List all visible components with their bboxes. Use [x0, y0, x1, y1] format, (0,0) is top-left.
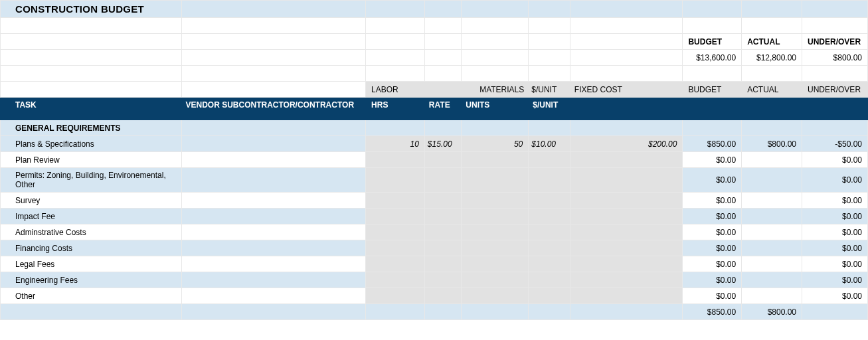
- per-unit-cell[interactable]: [529, 193, 570, 209]
- rate-cell[interactable]: [424, 152, 462, 168]
- task-cell[interactable]: Impact Fee: [1, 209, 182, 224]
- hrs-cell[interactable]: [366, 152, 425, 168]
- hrs-cell[interactable]: [366, 288, 425, 304]
- under-over-cell[interactable]: -$50.00: [802, 136, 868, 152]
- under-over-cell[interactable]: $0.00: [802, 288, 868, 304]
- units-cell[interactable]: [462, 152, 529, 168]
- hrs-cell[interactable]: [366, 224, 425, 240]
- actual-cell[interactable]: [742, 240, 802, 256]
- under-over-cell[interactable]: $0.00: [802, 193, 868, 209]
- budget-cell[interactable]: $0.00: [683, 152, 742, 168]
- budget-cell[interactable]: $0.00: [683, 240, 742, 256]
- vendor-cell[interactable]: [181, 288, 366, 304]
- actual-cell[interactable]: [742, 209, 802, 224]
- actual-cell[interactable]: [742, 288, 802, 304]
- under-over-cell[interactable]: $0.00: [802, 240, 868, 256]
- fixed-cost-cell[interactable]: [570, 224, 683, 240]
- per-unit-cell[interactable]: [529, 240, 570, 256]
- fixed-cost-cell[interactable]: [570, 168, 683, 193]
- per-unit-cell[interactable]: [529, 209, 570, 224]
- actual-cell[interactable]: [742, 193, 802, 209]
- per-unit-cell[interactable]: [529, 168, 570, 193]
- per-unit-cell[interactable]: [529, 224, 570, 240]
- rate-cell[interactable]: [424, 288, 462, 304]
- budget-cell[interactable]: $850.00: [683, 136, 742, 152]
- hrs-cell[interactable]: [366, 240, 425, 256]
- rate-cell[interactable]: [424, 168, 462, 193]
- fixed-cost-cell[interactable]: [570, 193, 683, 209]
- task-cell[interactable]: Survey: [1, 193, 182, 209]
- actual-cell[interactable]: [742, 256, 802, 272]
- task-cell[interactable]: Legal Fees: [1, 256, 182, 272]
- per-unit-cell[interactable]: [529, 272, 570, 288]
- actual-cell[interactable]: [742, 168, 802, 193]
- task-cell[interactable]: Plans & Specifications: [1, 136, 182, 152]
- rate-cell[interactable]: $15.00: [424, 136, 462, 152]
- fixed-cost-cell[interactable]: $200.00: [570, 136, 683, 152]
- task-cell[interactable]: Plan Review: [1, 152, 182, 168]
- per-unit-cell[interactable]: [529, 256, 570, 272]
- task-cell[interactable]: Engineering Fees: [1, 272, 182, 288]
- budget-cell[interactable]: $0.00: [683, 256, 742, 272]
- budget-cell[interactable]: $0.00: [683, 193, 742, 209]
- budget-cell[interactable]: $0.00: [683, 224, 742, 240]
- units-cell[interactable]: [462, 224, 529, 240]
- rate-cell[interactable]: [424, 224, 462, 240]
- task-cell[interactable]: Other: [1, 288, 182, 304]
- under-over-cell[interactable]: $0.00: [802, 272, 868, 288]
- units-cell[interactable]: 50: [462, 136, 529, 152]
- under-over-cell[interactable]: $0.00: [802, 256, 868, 272]
- under-over-cell[interactable]: $0.00: [802, 168, 868, 193]
- rate-cell[interactable]: [424, 209, 462, 224]
- summary-total-budget[interactable]: $13,600.00: [683, 50, 742, 66]
- units-cell[interactable]: [462, 288, 529, 304]
- budget-cell[interactable]: $0.00: [683, 288, 742, 304]
- vendor-cell[interactable]: [181, 256, 366, 272]
- task-cell[interactable]: Adminstrative Costs: [1, 224, 182, 240]
- per-unit-cell[interactable]: $10.00: [529, 136, 570, 152]
- task-cell[interactable]: Permits: Zoning, Building, Environementa…: [1, 168, 182, 193]
- fixed-cost-cell[interactable]: [570, 209, 683, 224]
- budget-cell[interactable]: $0.00: [683, 168, 742, 193]
- hrs-cell[interactable]: [366, 168, 425, 193]
- units-cell[interactable]: [462, 168, 529, 193]
- units-cell[interactable]: [462, 209, 529, 224]
- vendor-cell[interactable]: [181, 272, 366, 288]
- task-cell[interactable]: Financing Costs: [1, 240, 182, 256]
- actual-cell[interactable]: [742, 272, 802, 288]
- units-cell[interactable]: [462, 256, 529, 272]
- hrs-cell[interactable]: [366, 209, 425, 224]
- actual-cell[interactable]: [742, 152, 802, 168]
- hrs-cell[interactable]: [366, 193, 425, 209]
- rate-cell[interactable]: [424, 256, 462, 272]
- hrs-cell[interactable]: [366, 272, 425, 288]
- budget-cell[interactable]: $0.00: [683, 209, 742, 224]
- under-over-cell[interactable]: $0.00: [802, 209, 868, 224]
- rate-cell[interactable]: [424, 272, 462, 288]
- rate-cell[interactable]: [424, 240, 462, 256]
- units-cell[interactable]: [462, 193, 529, 209]
- under-over-cell[interactable]: $0.00: [802, 224, 868, 240]
- vendor-cell[interactable]: [181, 136, 366, 152]
- fixed-cost-cell[interactable]: [570, 152, 683, 168]
- units-cell[interactable]: [462, 240, 529, 256]
- vendor-cell[interactable]: [181, 209, 366, 224]
- summary-total-actual[interactable]: $12,800.00: [742, 50, 802, 66]
- actual-cell[interactable]: $800.00: [742, 136, 802, 152]
- vendor-cell[interactable]: [181, 240, 366, 256]
- summary-total-under-over[interactable]: $800.00: [802, 50, 868, 66]
- vendor-cell[interactable]: [181, 193, 366, 209]
- hrs-cell[interactable]: [366, 256, 425, 272]
- vendor-cell[interactable]: [181, 152, 366, 168]
- fixed-cost-cell[interactable]: [570, 288, 683, 304]
- rate-cell[interactable]: [424, 193, 462, 209]
- vendor-cell[interactable]: [181, 168, 366, 193]
- fixed-cost-cell[interactable]: [570, 272, 683, 288]
- budget-cell[interactable]: $0.00: [683, 272, 742, 288]
- vendor-cell[interactable]: [181, 224, 366, 240]
- under-over-cell[interactable]: $0.00: [802, 152, 868, 168]
- actual-cell[interactable]: [742, 224, 802, 240]
- units-cell[interactable]: [462, 272, 529, 288]
- hrs-cell[interactable]: 10: [366, 136, 425, 152]
- per-unit-cell[interactable]: [529, 152, 570, 168]
